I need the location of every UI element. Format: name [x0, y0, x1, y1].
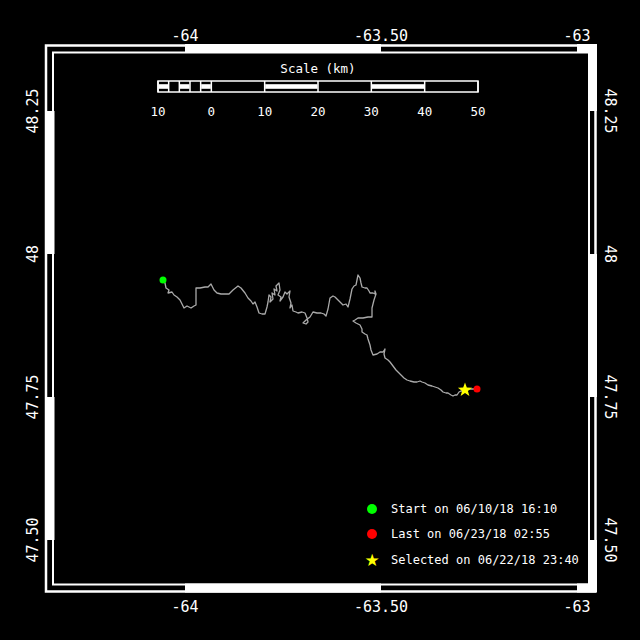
selected-legend-icon: ★	[364, 552, 380, 568]
scalebar-fill-cell	[159, 84, 169, 89]
lat-tick-label-left: 48	[24, 245, 42, 263]
lat-tick-label-right: 47.50	[601, 517, 619, 562]
frame-thick-segment-left	[46, 397, 55, 540]
legend-label-last: Last on 06/23/18 02:55	[391, 527, 550, 541]
frame-thick-segment-bottom	[185, 584, 381, 593]
frame-thick-segment-right	[588, 540, 597, 592]
lat-tick-label-right: 47.75	[601, 374, 619, 419]
scalebar-tick-label: 10	[150, 104, 165, 119]
frame-thick-segment-left	[46, 111, 55, 254]
scalebar-tick-label: 40	[417, 104, 432, 119]
lat-tick-label-left: 47.75	[24, 374, 42, 419]
frame-thick-segment-right	[588, 44, 597, 111]
frame-thick-segment-top	[185, 44, 381, 53]
legend-label-start: Start on 06/10/18 16:10	[391, 502, 557, 516]
lon-tick-label-top: -63	[563, 27, 590, 45]
lon-tick-label-bottom: -63	[563, 598, 590, 616]
frame-thick-segment-right	[588, 254, 597, 397]
lat-tick-label-right: 48	[601, 245, 619, 263]
scalebar-title: Scale (km)	[218, 61, 418, 76]
legend-label-selected: Selected on 06/22/18 23:40	[391, 553, 579, 567]
legend-item-selected: ★ Selected on 06/22/18 23:40	[364, 552, 579, 568]
scalebar-fill-cell	[201, 84, 211, 89]
lat-tick-label-left: 47.50	[24, 517, 42, 562]
start-marker[interactable]	[160, 277, 167, 284]
scalebar-tick-label: 30	[364, 104, 379, 119]
map-plot-window: -64-63.50-63-64-63.50-6348.254847.7547.5…	[0, 0, 640, 640]
lat-tick-label-right: 48.25	[601, 88, 619, 133]
lon-tick-label-top: -64	[171, 27, 198, 45]
scalebar-fill-cell	[265, 84, 317, 89]
map-plot[interactable]: -64-63.50-63-64-63.50-6348.254847.7547.5…	[0, 0, 640, 640]
scalebar-tick-label: 0	[208, 104, 216, 119]
scalebar-fill-cell	[372, 84, 424, 89]
lon-tick-label-bottom: -64	[171, 598, 198, 616]
legend-item-last: Last on 06/23/18 02:55	[364, 526, 550, 542]
legend-item-start: Start on 06/10/18 16:10	[364, 501, 557, 517]
scalebar-tick-label: 20	[310, 104, 325, 119]
last-marker[interactable]	[474, 386, 481, 393]
lon-tick-label-top: -63.50	[354, 27, 408, 45]
last-legend-icon	[364, 526, 380, 542]
scalebar-tick-label: 10	[257, 104, 272, 119]
scalebar-fill-cell	[180, 84, 190, 89]
scalebar-tick-label: 50	[470, 104, 485, 119]
lat-tick-label-left: 48.25	[24, 88, 42, 133]
plot-background	[0, 0, 640, 640]
lon-tick-label-bottom: -63.50	[354, 598, 408, 616]
start-legend-icon	[364, 501, 380, 517]
